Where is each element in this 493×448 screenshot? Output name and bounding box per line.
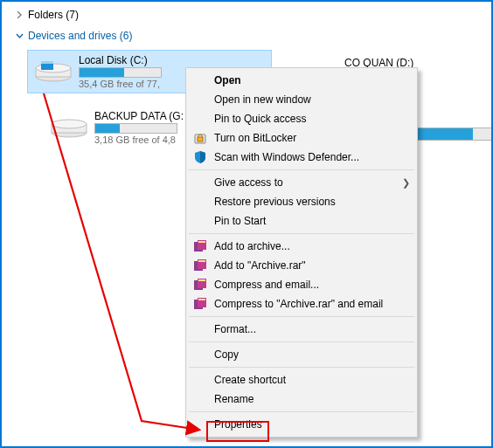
winrar-icon xyxy=(193,297,207,311)
menu-item-label: Rename xyxy=(214,393,253,405)
menu-item-label: Properties xyxy=(214,418,262,431)
menu-item-add-archive-rar[interactable]: Add to "Archive.rar" xyxy=(188,256,415,275)
menu-item-bitlocker[interactable]: Turn on BitLocker xyxy=(188,128,415,148)
capacity-bar xyxy=(79,67,162,78)
winrar-icon xyxy=(193,258,207,272)
submenu-arrow-icon: ❯ xyxy=(402,177,410,189)
menu-item-properties[interactable]: Properties xyxy=(188,415,415,434)
menu-item-rename[interactable]: Rename xyxy=(188,389,415,409)
svg-rect-9 xyxy=(198,137,203,141)
menu-item-label: Give access to xyxy=(214,176,283,189)
menu-item-create-shortcut[interactable]: Create shortcut xyxy=(188,370,415,389)
chevron-down-icon xyxy=(14,31,24,41)
svg-rect-12 xyxy=(198,241,205,243)
capacity-bar xyxy=(94,123,177,134)
drive-icon xyxy=(44,109,94,146)
menu-item-label: Format... xyxy=(214,323,256,335)
menu-item-compress-email[interactable]: Compress and email... xyxy=(188,275,415,294)
menu-item-label: Pin to Start xyxy=(214,215,266,227)
drive-subtitle: 3,18 GB free of 4,8 xyxy=(94,134,184,145)
svg-rect-15 xyxy=(198,260,205,262)
drive-icon xyxy=(28,53,79,90)
drive-item-backup-data-g[interactable]: BACKUP DATA (G: 3,18 GB free of 4,8 xyxy=(44,107,184,148)
menu-item-label: Scan with Windows Defender... xyxy=(214,151,359,163)
drive-title: Local Disk (C:) xyxy=(79,54,162,66)
menu-item-give-access-to[interactable]: Give access to ❯ xyxy=(188,173,415,192)
svg-point-7 xyxy=(52,120,87,128)
menu-item-add-archive[interactable]: Add to archive... xyxy=(188,237,415,256)
group-header-devices[interactable]: Devices and drives (6) xyxy=(14,28,491,44)
menu-item-label: Compress and email... xyxy=(214,279,319,291)
drive-title: BACKUP DATA (G: xyxy=(94,110,184,122)
svg-rect-18 xyxy=(198,279,205,281)
context-menu: Open Open in new window Pin to Quick acc… xyxy=(185,67,418,438)
menu-separator xyxy=(189,411,414,412)
menu-separator xyxy=(189,367,414,368)
menu-item-label: Open in new window xyxy=(214,93,311,106)
menu-item-label: Add to archive... xyxy=(214,240,290,252)
menu-item-label: Open xyxy=(214,74,241,86)
menu-item-copy[interactable]: Copy xyxy=(188,345,415,364)
menu-item-open[interactable]: Open xyxy=(188,71,415,90)
menu-item-format[interactable]: Format... xyxy=(188,320,415,339)
menu-item-label: Create shortcut xyxy=(214,374,286,386)
bitlocker-icon xyxy=(193,131,207,145)
menu-item-label: Copy xyxy=(214,348,239,361)
menu-separator xyxy=(189,233,414,234)
menu-item-compress-rar-email[interactable]: Compress to "Archive.rar" and email xyxy=(188,294,415,314)
menu-separator xyxy=(189,169,414,170)
menu-item-restore-versions[interactable]: Restore previous versions xyxy=(188,192,415,211)
group-header-label: Devices and drives (6) xyxy=(28,30,132,42)
menu-item-label: Compress to "Archive.rar" and email xyxy=(214,298,383,310)
group-header-folders[interactable]: Folders (7) xyxy=(14,7,491,23)
menu-item-label: Pin to Quick access xyxy=(214,113,306,125)
winrar-icon xyxy=(193,239,207,253)
shield-icon xyxy=(193,150,207,164)
svg-rect-21 xyxy=(198,299,205,300)
menu-separator xyxy=(189,316,414,317)
menu-item-pin-start[interactable]: Pin to Start xyxy=(188,211,415,231)
menu-item-defender-scan[interactable]: Scan with Windows Defender... xyxy=(188,148,415,167)
drive-subtitle: 35,4 GB free of 77, xyxy=(79,79,162,89)
menu-item-open-new-window[interactable]: Open in new window xyxy=(188,90,415,109)
menu-item-label: Add to "Archive.rar" xyxy=(214,259,306,272)
menu-item-pin-quick-access[interactable]: Pin to Quick access xyxy=(188,109,415,128)
menu-item-label: Turn on BitLocker xyxy=(214,132,296,144)
menu-item-label: Restore previous versions xyxy=(214,196,336,208)
group-header-label: Folders (7) xyxy=(28,9,79,21)
menu-separator xyxy=(189,341,414,342)
winrar-icon xyxy=(193,278,207,292)
chevron-right-icon xyxy=(14,10,24,20)
capacity-bar xyxy=(414,128,493,141)
svg-rect-4 xyxy=(41,61,53,64)
